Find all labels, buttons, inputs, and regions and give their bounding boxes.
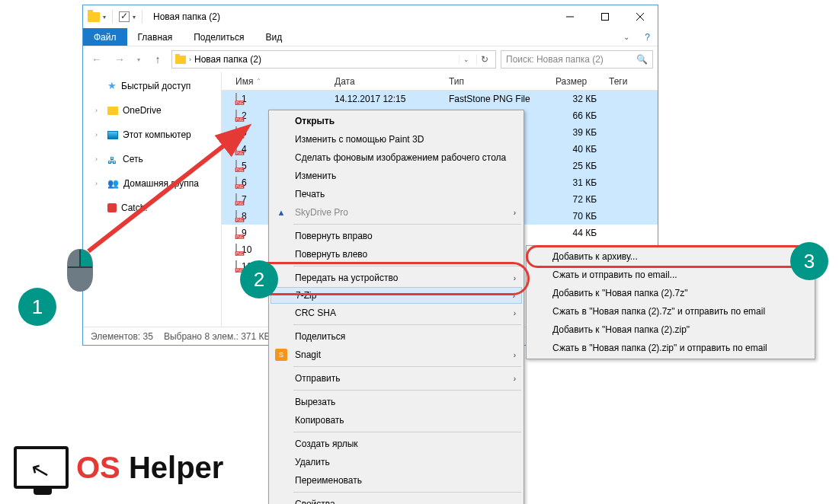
- ctx-open[interactable]: Открыть: [271, 112, 522, 130]
- ctx-share[interactable]: Поделиться: [271, 327, 522, 346]
- nav-history-dropdown[interactable]: ▾: [133, 50, 144, 69]
- file-list-header: Имя⌃ Дата Тип Размер Теги: [222, 72, 658, 91]
- ctx-crcsha[interactable]: CRC SHA›: [271, 304, 522, 322]
- ctx-properties[interactable]: Свойства: [271, 495, 522, 504]
- ctx-paint3d[interactable]: Изменить с помощью Paint 3D: [271, 130, 522, 148]
- ctx-edit[interactable]: Изменить: [271, 167, 522, 185]
- ctx-send[interactable]: Отправить›: [271, 369, 522, 388]
- png-file-icon: [235, 227, 237, 239]
- col-type[interactable]: Тип: [443, 76, 549, 87]
- ctx-7zip[interactable]: 7-Zip›: [271, 287, 522, 304]
- context-submenu-7zip: Добавить к архиву... Сжать и отправить п…: [526, 245, 815, 359]
- chevron-right-icon: ›: [189, 56, 191, 63]
- ctx-delete[interactable]: Удалить: [271, 453, 522, 471]
- png-file-icon: [235, 110, 237, 122]
- tab-view[interactable]: Вид: [255, 28, 293, 46]
- sidebar-thispc[interactable]: ›Этот компьютер: [83, 126, 221, 143]
- pc-icon: [107, 131, 118, 139]
- folder-icon: [88, 12, 100, 22]
- ctx-add-archive[interactable]: Добавить к архиву...: [528, 247, 813, 266]
- ctx-wallpaper[interactable]: Сделать фоновым изображением рабочего ст…: [271, 148, 522, 167]
- png-file-icon: [235, 193, 237, 206]
- nav-back-button[interactable]: ←: [88, 50, 106, 69]
- ctx-snagit[interactable]: SSnagit›: [271, 346, 522, 364]
- sort-asc-icon: ⌃: [256, 78, 261, 85]
- ctx-cast[interactable]: Передать на устройство›: [271, 269, 522, 287]
- window-title: Новая папка (2): [153, 11, 220, 22]
- snagit-icon: S: [275, 349, 287, 361]
- chevron-right-icon: ›: [514, 375, 516, 383]
- breadcrumb[interactable]: › Новая папка (2) ⌄ ↻: [171, 50, 496, 69]
- col-tags[interactable]: Теги: [603, 76, 641, 87]
- mouse-icon: [65, 247, 95, 293]
- sidebar: ★Быстрый доступ ›OneDrive ›Этот компьюте…: [83, 72, 222, 327]
- ribbon-tabs: Файл Главная Поделиться Вид ⌄ ?: [83, 28, 658, 46]
- catch-icon: [107, 203, 117, 212]
- col-name[interactable]: Имя⌃: [229, 76, 328, 87]
- ctx-shortcut[interactable]: Создать ярлык: [271, 435, 522, 453]
- ctx-rotate-right[interactable]: Повернуть вправо: [271, 227, 522, 245]
- annotation-step-1: 1: [18, 288, 56, 326]
- monitor-icon: ↖: [14, 446, 69, 489]
- cursor-icon: ↖: [27, 455, 53, 485]
- status-selection: Выбрано 8 элем.: 371 КБ: [164, 331, 271, 342]
- close-button[interactable]: [623, 5, 658, 28]
- ctx-compress-zip-email[interactable]: Сжать в "Новая папка (2).zip" и отправит…: [528, 339, 813, 357]
- sidebar-homegroup[interactable]: ›Домашняя группа: [83, 175, 221, 192]
- cloud-icon: ▲: [275, 206, 287, 219]
- search-input[interactable]: Поиск: Новая папка (2) 🔍: [501, 50, 653, 69]
- png-file-icon: [235, 93, 237, 105]
- ctx-add-zip[interactable]: Добавить к "Новая папка (2).zip": [528, 321, 813, 339]
- tab-home[interactable]: Главная: [127, 28, 184, 46]
- folder-icon: [175, 56, 186, 64]
- tab-share[interactable]: Поделиться: [183, 28, 255, 46]
- annotation-step-2: 2: [240, 260, 278, 298]
- help-icon[interactable]: ?: [637, 28, 658, 46]
- file-row[interactable]: 114.12.2017 12:15FastStone PNG File32 КБ: [222, 91, 658, 107]
- tab-file[interactable]: Файл: [83, 28, 127, 46]
- context-menu: Открыть Изменить с помощью Paint 3D Сдел…: [268, 110, 524, 504]
- png-file-icon: [235, 210, 237, 222]
- chevron-right-icon: ›: [514, 351, 516, 359]
- ribbon-expand-icon[interactable]: ⌄: [616, 28, 637, 46]
- chevron-right-icon: ›: [514, 309, 516, 317]
- network-icon: [107, 155, 118, 164]
- status-count: Элементов: 35: [91, 331, 153, 342]
- properties-qat-icon[interactable]: [119, 11, 130, 22]
- ctx-compress-email[interactable]: Сжать и отправить по email...: [528, 266, 813, 284]
- logo-helper: Helper: [120, 451, 224, 484]
- refresh-icon[interactable]: ↻: [476, 54, 492, 65]
- ctx-skydrive[interactable]: ▲SkyDrive Pro›: [271, 203, 522, 222]
- qat-dropdown2-icon[interactable]: ▾: [133, 14, 136, 21]
- col-size[interactable]: Размер: [549, 76, 603, 87]
- sidebar-catch[interactable]: Catch!: [83, 199, 221, 216]
- nav-forward-button[interactable]: →: [110, 50, 129, 69]
- ctx-compress-7z-email[interactable]: Сжать в "Новая папка (2).7z" и отправить…: [528, 302, 813, 321]
- ctx-cut[interactable]: Вырезать: [271, 393, 522, 411]
- folder-icon: [107, 107, 118, 115]
- png-file-icon: [235, 177, 237, 189]
- sidebar-onedrive[interactable]: ›OneDrive: [83, 102, 221, 119]
- maximize-button[interactable]: [588, 5, 623, 28]
- ctx-print[interactable]: Печать: [271, 185, 522, 203]
- breadcrumb-dropdown-icon[interactable]: ⌄: [459, 56, 473, 63]
- minimize-button[interactable]: [552, 5, 588, 28]
- ctx-rotate-left[interactable]: Повернуть влево: [271, 245, 522, 263]
- oshelper-logo: ↖ OS Helper: [14, 446, 223, 489]
- ctx-copy[interactable]: Копировать: [271, 411, 522, 429]
- search-icon: 🔍: [636, 54, 648, 65]
- svg-rect-1: [602, 14, 609, 21]
- png-file-icon: [235, 244, 237, 256]
- chevron-right-icon: ›: [513, 292, 515, 300]
- sidebar-network[interactable]: ›Сеть: [83, 151, 221, 167]
- nav-up-button[interactable]: ↑: [149, 50, 167, 69]
- breadcrumb-current[interactable]: Новая папка (2): [194, 54, 261, 65]
- ctx-rename[interactable]: Переименовать: [271, 471, 522, 490]
- col-date[interactable]: Дата: [328, 76, 443, 87]
- chevron-right-icon: ›: [514, 274, 516, 282]
- logo-os: OS: [76, 451, 120, 484]
- chevron-right-icon: ›: [514, 209, 516, 217]
- qat-dropdown-icon[interactable]: ▾: [103, 14, 106, 21]
- ctx-add-7z[interactable]: Добавить к "Новая папка (2).7z": [528, 284, 813, 302]
- sidebar-quick-access[interactable]: ★Быстрый доступ: [83, 77, 221, 94]
